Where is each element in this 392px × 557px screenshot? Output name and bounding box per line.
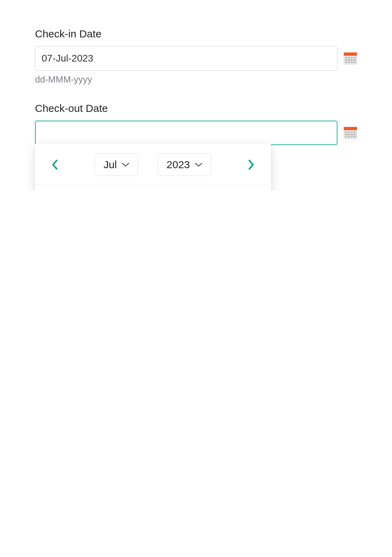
checkout-field: Check-out Date Jul 2023 xyxy=(35,102,357,145)
prev-month-button[interactable] xyxy=(49,159,60,170)
chevron-left-icon xyxy=(51,159,58,170)
calendar-grid: SuMoTuWeThFrSa 1234567891011121314151617… xyxy=(35,185,271,191)
checkout-label: Check-out Date xyxy=(35,102,357,114)
calendar-icon[interactable] xyxy=(344,127,357,139)
checkin-field: Check-in Date dd-MMM-yyyy xyxy=(35,28,357,85)
month-select-label: Jul xyxy=(104,159,117,171)
calendar-header: Jul 2023 xyxy=(35,144,271,185)
calendar-icon[interactable] xyxy=(344,52,357,64)
checkout-input-row xyxy=(35,121,357,145)
checkin-input-row xyxy=(35,46,357,71)
month-year-selectors: Jul 2023 xyxy=(95,153,211,176)
checkout-input[interactable] xyxy=(35,121,337,145)
chevron-down-icon xyxy=(195,162,202,167)
year-select[interactable]: 2023 xyxy=(158,153,211,176)
year-select-label: 2023 xyxy=(166,159,190,171)
month-select[interactable]: Jul xyxy=(95,153,138,176)
chevron-right-icon xyxy=(248,159,255,170)
chevron-down-icon xyxy=(122,162,129,167)
calendar-popup: Jul 2023 SuMoTuWeThFrSa 1234567891011121… xyxy=(35,144,271,191)
next-month-button[interactable] xyxy=(246,159,257,170)
checkin-format-hint: dd-MMM-yyyy xyxy=(35,74,357,85)
checkin-input[interactable] xyxy=(35,46,337,71)
checkin-label: Check-in Date xyxy=(35,28,357,40)
